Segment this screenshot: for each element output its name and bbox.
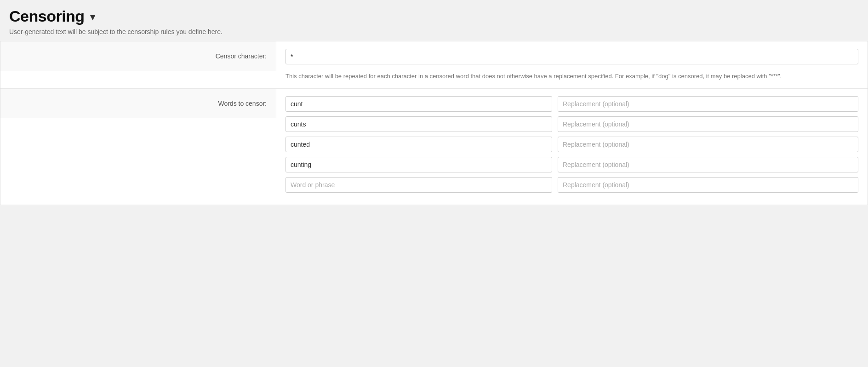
page-title: Censoring [9,7,85,25]
page-subtitle: User-generated text will be subject to t… [9,28,859,35]
dropdown-arrow-icon[interactable]: ▼ [88,12,97,23]
word-row-4 [286,157,858,172]
word-input-3[interactable] [286,137,552,152]
replacement-input-4[interactable] [558,157,858,172]
word-input-1[interactable] [286,96,552,112]
content-panel: Censor character: This character will be… [0,41,868,205]
word-input-4[interactable] [286,157,552,172]
title-row: Censoring ▼ [9,7,859,25]
word-input-5[interactable] [286,177,552,193]
censor-character-input-col: This character will be repeated for each… [276,41,868,88]
censor-character-help: This character will be repeated for each… [286,72,858,81]
word-row-5 [286,177,858,193]
words-to-censor-input-col [276,89,868,205]
replacement-input-1[interactable] [558,96,858,112]
censor-character-label: Censor character: [0,41,276,71]
replacement-input-2[interactable] [558,116,858,132]
replacement-input-5[interactable] [558,177,858,193]
replacement-input-3[interactable] [558,137,858,152]
word-row-1 [286,96,858,112]
censor-character-row: Censor character: This character will be… [0,41,868,89]
words-to-censor-row: Words to censor: [0,89,868,205]
censor-character-input[interactable] [286,49,858,64]
word-row-3 [286,137,858,152]
page-header: Censoring ▼ User-generated text will be … [0,0,868,41]
word-row-2 [286,116,858,132]
words-to-censor-label: Words to censor: [0,89,276,118]
word-input-2[interactable] [286,116,552,132]
